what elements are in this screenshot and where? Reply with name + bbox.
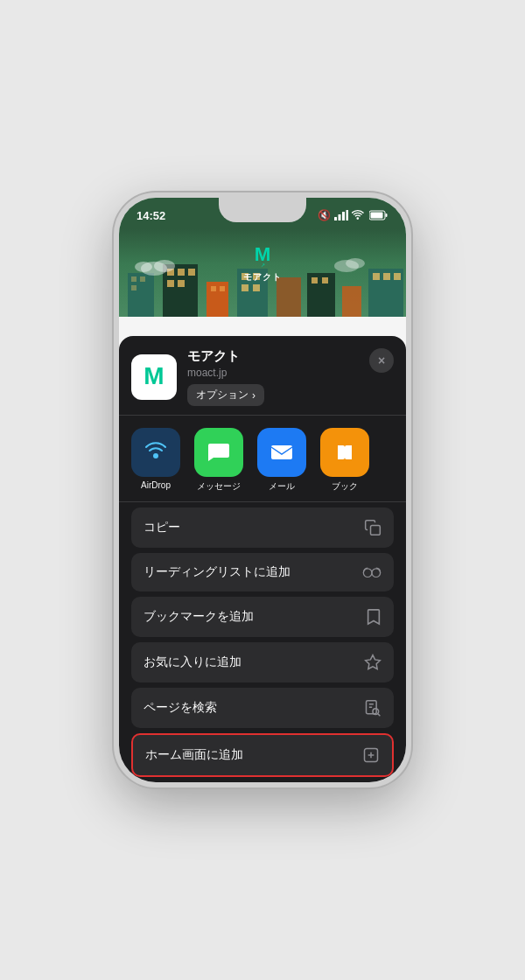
svg-rect-32 <box>342 286 361 317</box>
copy-icon <box>364 519 382 536</box>
mail-label: メール <box>269 480 295 493</box>
share-header: M ↗ モアクト moact.jp オプション › × <box>119 336 406 416</box>
svg-rect-11 <box>131 276 136 282</box>
menu-item-reading-list[interactable]: リーディングリストに追加 <box>131 553 394 592</box>
svg-rect-0 <box>334 217 337 220</box>
svg-point-39 <box>135 262 152 272</box>
mute-icon: 🔇 <box>318 209 331 221</box>
menu-item-find-label: ページを検索 <box>144 700 217 716</box>
svg-rect-27 <box>253 284 260 291</box>
mail-icon-bg <box>257 428 306 477</box>
airdrop-label: AirDrop <box>141 480 171 490</box>
svg-rect-18 <box>167 280 174 287</box>
airdrop-item[interactable]: AirDrop <box>131 428 180 493</box>
menu-item-reading-list-label: リーディングリストに追加 <box>144 564 290 580</box>
svg-rect-13 <box>131 285 136 290</box>
svg-rect-34 <box>373 273 380 280</box>
search-page-icon <box>364 699 382 717</box>
menu-item-favorites-label: お気に入りに追加 <box>144 654 242 670</box>
svg-text:↗: ↗ <box>156 366 163 375</box>
svg-rect-26 <box>242 284 248 291</box>
svg-point-45 <box>153 453 158 458</box>
app-url: moact.jp <box>187 367 394 379</box>
logo-text: モアクト <box>243 271 282 284</box>
battery-icon <box>369 210 388 220</box>
svg-rect-46 <box>271 445 292 459</box>
books-open-icon <box>331 438 359 466</box>
svg-line-53 <box>378 714 381 717</box>
options-arrow: › <box>252 389 256 402</box>
svg-rect-29 <box>307 273 335 317</box>
svg-text:↗: ↗ <box>261 262 265 268</box>
signal-icon <box>334 210 348 220</box>
menu-item-find-on-page[interactable]: ページを検索 <box>131 688 394 728</box>
phone-frame: 14:52 🔇 M ↗ <box>114 192 411 788</box>
svg-point-38 <box>154 260 175 272</box>
wifi-icon <box>352 210 366 220</box>
app-row: AirDrop メッセージ メール <box>119 416 406 502</box>
svg-rect-20 <box>206 282 228 317</box>
app-info: モアクト moact.jp オプション › <box>187 348 394 406</box>
svg-rect-22 <box>220 286 225 291</box>
options-label: オプション <box>196 388 248 402</box>
bookmark-icon <box>366 608 382 626</box>
svg-rect-19 <box>178 280 185 287</box>
messages-chat-icon <box>205 438 233 466</box>
svg-rect-21 <box>211 286 216 291</box>
menu-item-copy-label: コピー <box>144 520 180 536</box>
mail-item[interactable]: メール <box>257 428 306 493</box>
messages-label: メッセージ <box>197 480 241 493</box>
svg-rect-1 <box>339 214 341 220</box>
status-time: 14:52 <box>136 209 165 222</box>
glasses-icon <box>362 565 382 579</box>
menu-item-add-home-label: ホーム画面に追加 <box>145 747 243 763</box>
airdrop-wifi-icon <box>142 438 170 466</box>
menu-item-copy[interactable]: コピー <box>131 508 394 548</box>
svg-rect-35 <box>383 273 390 280</box>
close-button[interactable]: × <box>369 348 394 373</box>
menu-item-bookmark[interactable]: ブックマークを追加 <box>131 597 394 637</box>
star-icon <box>364 654 382 671</box>
svg-rect-16 <box>178 269 185 276</box>
status-icons: 🔇 <box>318 209 388 221</box>
messages-icon-bg <box>194 428 243 477</box>
books-label: ブック <box>332 480 358 493</box>
books-icon-bg <box>320 428 369 477</box>
svg-rect-36 <box>394 273 401 280</box>
menu-item-bookmark-label: ブックマークを追加 <box>144 609 254 625</box>
svg-rect-3 <box>346 210 349 220</box>
svg-rect-47 <box>371 526 381 536</box>
logo-icon: M ↗ <box>248 242 276 270</box>
svg-rect-17 <box>188 269 195 276</box>
messages-item[interactable]: メッセージ <box>194 428 243 493</box>
menu-item-favorites[interactable]: お気に入りに追加 <box>131 642 394 682</box>
svg-rect-5 <box>371 213 383 219</box>
menu-item-add-home[interactable]: ホーム画面に追加 <box>131 733 394 777</box>
books-item[interactable]: ブック <box>320 428 369 493</box>
svg-rect-2 <box>342 212 345 220</box>
logo-area: M ↗ モアクト <box>243 242 282 284</box>
menu-list: コピー リーディングリストに追加 ブックマークを追加 <box>119 508 406 782</box>
svg-rect-6 <box>386 214 388 217</box>
svg-marker-50 <box>366 655 381 669</box>
moact-logo: M ↗ <box>135 358 173 396</box>
airdrop-icon-bg <box>131 428 180 477</box>
share-sheet: M ↗ モアクト moact.jp オプション › × <box>119 336 406 782</box>
mail-envelope-icon <box>268 438 296 466</box>
svg-rect-31 <box>322 277 328 284</box>
app-name: モアクト <box>187 348 394 365</box>
svg-rect-12 <box>140 276 145 282</box>
options-button[interactable]: オプション › <box>187 384 264 406</box>
notch <box>219 198 306 222</box>
app-icon-moact: M ↗ <box>131 354 177 400</box>
website-background: M ↗ モアクト <box>119 229 406 317</box>
add-home-icon <box>362 746 380 764</box>
svg-point-41 <box>346 258 365 269</box>
svg-point-48 <box>363 569 372 578</box>
svg-rect-30 <box>312 277 318 284</box>
